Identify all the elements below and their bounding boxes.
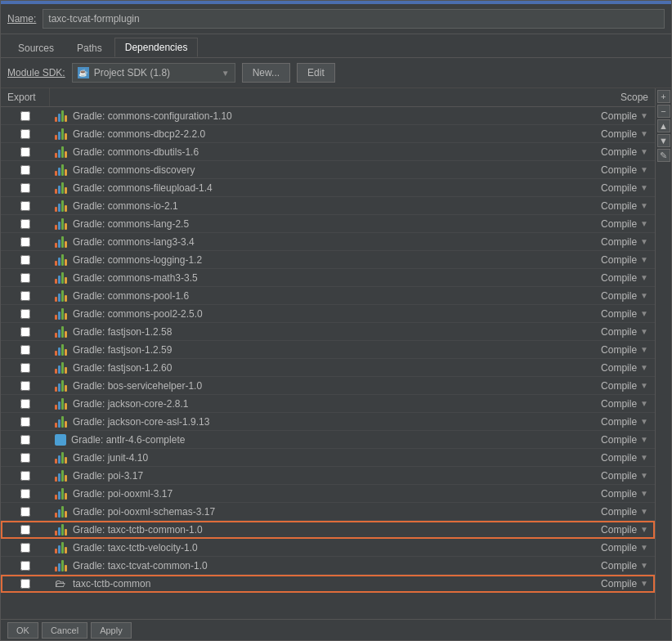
export-checkbox[interactable]	[20, 561, 30, 571]
table-row[interactable]: Gradle: poi-ooxml-schemas-3.17Compile▼	[1, 503, 655, 521]
export-checkbox[interactable]	[20, 129, 30, 139]
scope-dropdown-arrow[interactable]: ▼	[640, 507, 648, 516]
export-checkbox[interactable]	[20, 453, 30, 463]
export-checkbox[interactable]	[20, 345, 30, 355]
table-row[interactable]: Gradle: commons-dbcp2-2.2.0Compile▼	[1, 125, 655, 143]
scope-dropdown-arrow[interactable]: ▼	[640, 471, 648, 480]
scope-dropdown-arrow[interactable]: ▼	[640, 363, 648, 372]
export-checkbox[interactable]	[20, 165, 30, 175]
scope-dropdown-arrow[interactable]: ▼	[640, 435, 648, 444]
ok-button[interactable]: OK	[7, 622, 38, 639]
up-button[interactable]: ▲	[657, 119, 670, 132]
table-row[interactable]: Gradle: jackson-core-2.8.1Compile▼	[1, 395, 655, 413]
export-checkbox[interactable]	[20, 219, 30, 229]
new-button[interactable]: New...	[242, 63, 290, 83]
scope-dropdown-arrow[interactable]: ▼	[640, 291, 648, 300]
table-row[interactable]: Gradle: taxc-tctb-velocity-1.0Compile▼	[1, 539, 655, 557]
export-checkbox[interactable]	[20, 525, 30, 535]
bottom-bar: OK Cancel Apply	[1, 619, 671, 640]
table-row[interactable]: Gradle: antlr-4.6-completeCompile▼	[1, 431, 655, 449]
tab-paths[interactable]: Paths	[66, 38, 113, 57]
scope-dropdown-arrow[interactable]: ▼	[640, 345, 648, 354]
table-row[interactable]: Gradle: commons-pool-1.6Compile▼	[1, 287, 655, 305]
dependencies-list[interactable]: Gradle: commons-configuration-1.10Compil…	[1, 107, 655, 619]
scope-dropdown-arrow[interactable]: ▼	[640, 381, 648, 390]
export-checkbox[interactable]	[20, 399, 30, 409]
scope-dropdown-arrow[interactable]: ▼	[640, 111, 648, 120]
tab-dependencies[interactable]: Dependencies	[114, 38, 199, 57]
export-checkbox[interactable]	[20, 327, 30, 337]
table-row[interactable]: Gradle: fastjson-1.2.59Compile▼	[1, 341, 655, 359]
scope-dropdown-arrow[interactable]: ▼	[640, 489, 648, 498]
table-row[interactable]: Gradle: commons-dbutils-1.6Compile▼	[1, 143, 655, 161]
scope-dropdown-arrow[interactable]: ▼	[640, 165, 648, 174]
table-row[interactable]: Gradle: taxc-tctb-common-1.0Compile▼	[1, 521, 655, 539]
scope-dropdown-arrow[interactable]: ▼	[640, 237, 648, 246]
scope-dropdown-arrow[interactable]: ▼	[640, 561, 648, 570]
table-row[interactable]: 🗁taxc-tctb-commonCompile▼	[1, 575, 655, 593]
edit-dep-button[interactable]: ✎	[657, 149, 670, 162]
table-row[interactable]: Gradle: junit-4.10Compile▼	[1, 449, 655, 467]
scope-dropdown-arrow[interactable]: ▼	[640, 327, 648, 336]
table-row[interactable]: Gradle: taxc-tcvat-common-1.0Compile▼	[1, 557, 655, 575]
name-input[interactable]	[43, 9, 665, 29]
table-row[interactable]: Gradle: fastjson-1.2.60Compile▼	[1, 359, 655, 377]
scope-dropdown-arrow[interactable]: ▼	[640, 147, 648, 156]
table-row[interactable]: Gradle: fastjson-1.2.58Compile▼	[1, 323, 655, 341]
scope-dropdown-arrow[interactable]: ▼	[640, 309, 648, 318]
table-row[interactable]: Gradle: commons-fileupload-1.4Compile▼	[1, 179, 655, 197]
export-checkbox[interactable]	[20, 273, 30, 283]
scope-dropdown-arrow[interactable]: ▼	[640, 453, 648, 462]
scope-dropdown-arrow[interactable]: ▼	[640, 183, 648, 192]
table-row[interactable]: Gradle: commons-lang-2.5Compile▼	[1, 215, 655, 233]
export-checkbox[interactable]	[20, 543, 30, 553]
scope-dropdown-arrow[interactable]: ▼	[640, 129, 648, 138]
table-row[interactable]: Gradle: commons-configuration-1.10Compil…	[1, 107, 655, 125]
export-checkbox[interactable]	[20, 237, 30, 247]
table-row[interactable]: Gradle: bos-servicehelper-1.0Compile▼	[1, 377, 655, 395]
scope-dropdown-arrow[interactable]: ▼	[640, 543, 648, 552]
scope-dropdown-arrow[interactable]: ▼	[640, 201, 648, 210]
export-checkbox[interactable]	[20, 471, 30, 481]
export-checkbox[interactable]	[20, 147, 30, 157]
export-checkbox[interactable]	[20, 111, 30, 121]
scope-cell: Compile▼	[573, 558, 655, 573]
scope-dropdown-arrow[interactable]: ▼	[640, 219, 648, 228]
scope-dropdown-arrow[interactable]: ▼	[640, 273, 648, 282]
table-row[interactable]: Gradle: jackson-core-asl-1.9.13Compile▼	[1, 413, 655, 431]
table-row[interactable]: Gradle: commons-logging-1.2Compile▼	[1, 251, 655, 269]
scope-dropdown-arrow[interactable]: ▼	[640, 399, 648, 408]
table-row[interactable]: Gradle: commons-io-2.1Compile▼	[1, 197, 655, 215]
remove-button[interactable]: −	[657, 105, 670, 118]
export-checkbox[interactable]	[20, 201, 30, 211]
sdk-dropdown[interactable]: ☕ Project SDK (1.8) ▼	[72, 63, 235, 83]
scope-dropdown-arrow[interactable]: ▼	[640, 579, 648, 588]
tab-sources[interactable]: Sources	[7, 38, 65, 57]
down-button[interactable]: ▼	[657, 134, 670, 147]
export-checkbox[interactable]	[20, 507, 30, 517]
scope-dropdown-arrow[interactable]: ▼	[640, 417, 648, 426]
scope-dropdown-arrow[interactable]: ▼	[640, 525, 648, 534]
scope-dropdown-arrow[interactable]: ▼	[640, 255, 648, 264]
export-checkbox[interactable]	[20, 363, 30, 373]
col-scope-header: Scope	[573, 88, 655, 106]
add-button[interactable]: +	[657, 90, 670, 103]
export-checkbox[interactable]	[20, 417, 30, 427]
export-checkbox[interactable]	[20, 255, 30, 265]
export-checkbox[interactable]	[20, 489, 30, 499]
table-row[interactable]: Gradle: commons-lang3-3.4Compile▼	[1, 233, 655, 251]
export-checkbox[interactable]	[20, 309, 30, 319]
export-checkbox[interactable]	[20, 291, 30, 301]
export-checkbox[interactable]	[20, 183, 30, 193]
table-row[interactable]: Gradle: poi-3.17Compile▼	[1, 467, 655, 485]
export-checkbox[interactable]	[20, 579, 30, 589]
export-checkbox[interactable]	[20, 381, 30, 391]
export-checkbox[interactable]	[20, 435, 30, 445]
table-row[interactable]: Gradle: commons-pool2-2.5.0Compile▼	[1, 305, 655, 323]
apply-button[interactable]: Apply	[91, 622, 132, 639]
cancel-button[interactable]: Cancel	[42, 622, 87, 639]
edit-button[interactable]: Edit	[297, 63, 335, 83]
table-row[interactable]: Gradle: poi-ooxml-3.17Compile▼	[1, 485, 655, 503]
table-row[interactable]: Gradle: commons-math3-3.5Compile▼	[1, 269, 655, 287]
table-row[interactable]: Gradle: commons-discoveryCompile▼	[1, 161, 655, 179]
